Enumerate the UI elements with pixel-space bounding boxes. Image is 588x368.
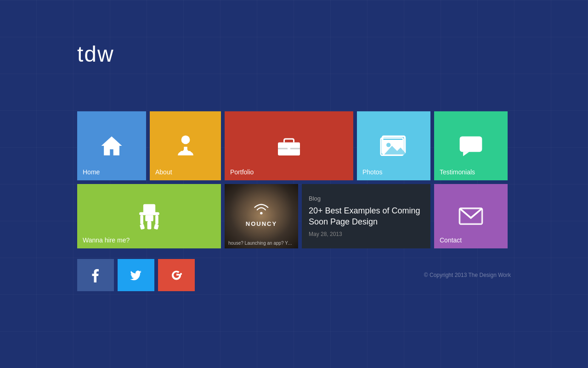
home-tile-label: Home [83,168,100,176]
googleplus-button[interactable] [158,259,195,291]
svg-point-15 [469,143,473,146]
home-icon [98,132,125,160]
svg-rect-6 [288,147,290,151]
svg-rect-29 [181,273,182,275]
site-logo: tdw [77,41,114,67]
tile-testimonials[interactable]: Testimonials [434,111,508,180]
svg-marker-13 [463,152,469,156]
tile-blog[interactable]: Blog 20+ Best Examples of Coming Soon Pa… [302,184,430,248]
twitter-button[interactable] [118,259,154,291]
tile-home[interactable]: Home [77,111,146,180]
svg-rect-21 [145,215,153,221]
portfolio-tile-label: Portfolio [230,168,254,176]
tile-hire[interactable]: Wanna hire me? [77,184,221,248]
blog-image-caption: house? Launching an app? Your dog [225,241,298,246]
facebook-icon [88,268,103,282]
blog-image-background: NOUNCY house? Launching an app? Your dog [225,184,298,248]
chat-icon [457,132,485,160]
svg-rect-17 [143,204,155,213]
svg-point-16 [474,143,477,146]
envelope-icon [457,202,485,230]
blog-date: May 28, 2013 [302,231,349,237]
googleplus-icon [169,268,184,282]
svg-rect-18 [139,212,159,215]
tile-portfolio[interactable]: Portfolio [225,111,353,180]
svg-rect-24 [147,221,151,230]
tiles-row-1: Home About Portfolio [77,111,508,180]
copyright-text: © Copyright 2013 The Design Work [424,272,511,278]
social-icons-row [77,259,195,291]
photos-icon [380,132,407,160]
svg-rect-22 [140,224,145,230]
svg-rect-19 [140,215,143,224]
svg-point-0 [181,136,190,144]
blog-tag: Blog [302,195,328,202]
tile-about[interactable]: About [150,111,221,180]
nouncy-text: NOUNCY [246,220,277,227]
svg-rect-20 [155,215,158,224]
chair-icon [133,200,165,232]
svg-marker-3 [181,148,190,153]
facebook-button[interactable] [77,259,114,291]
contact-tile-label: Contact [440,236,462,244]
briefcase-icon [275,132,303,160]
testimonials-tile-label: Testimonials [440,168,475,176]
svg-point-10 [386,143,390,147]
tile-blog-image[interactable]: NOUNCY house? Launching an app? Your dog [225,184,298,248]
svg-rect-23 [153,224,158,230]
photos-tile-label: Photos [362,168,383,176]
tile-photos[interactable]: Photos [357,111,430,180]
blog-title: 20+ Best Examples of Coming Soon Page De… [302,206,430,227]
nouncy-logo: NOUNCY [246,200,277,227]
tile-contact[interactable]: Contact [434,184,508,248]
tiles-grid: Home About Portfolio [77,111,508,248]
twitter-icon [129,268,143,282]
hire-tile-label: Wanna hire me? [83,236,130,244]
nouncy-wifi-icon [253,200,270,217]
tiles-row-2: Wanna hire me? NOUNCY house? Launching a… [77,184,508,248]
person-icon [172,132,199,160]
about-tile-label: About [155,168,172,176]
svg-point-25 [260,212,262,214]
svg-point-14 [465,143,469,146]
